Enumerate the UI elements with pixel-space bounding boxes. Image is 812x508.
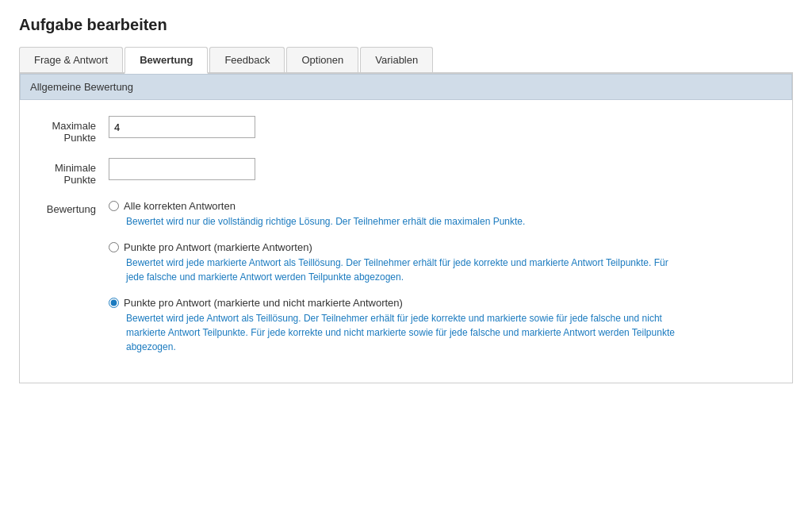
tab-optionen[interactable]: Optionen — [286, 47, 358, 72]
tab-bar: Frage & Antwort Bewertung Feedback Optio… — [19, 47, 793, 74]
bewertung-section: Bewertung Alle korrekten Antworten Bewer… — [29, 200, 783, 367]
radio-alle-korrekten[interactable] — [109, 201, 119, 211]
radio-row-2: Punkte pro Antwort (markierte Antworten) — [109, 241, 783, 253]
tab-feedback[interactable]: Feedback — [209, 47, 285, 72]
content-area: Allgemeine Bewertung Maximale Punkte Min… — [19, 74, 793, 383]
radio-desc-1: Bewertet wird nur die vollständig richti… — [126, 214, 681, 229]
radio-desc-3: Bewertet wird jede Antwort als Teillösun… — [126, 311, 681, 354]
radio-option-2: Punkte pro Antwort (markierte Antworten)… — [109, 241, 783, 284]
tab-frage-antwort[interactable]: Frage & Antwort — [19, 47, 123, 72]
section-header: Allgemeine Bewertung — [20, 74, 792, 100]
radio-label-2: Punkte pro Antwort (markierte Antworten) — [124, 241, 312, 253]
radio-label-3: Punkte pro Antwort (markierte und nicht … — [124, 297, 403, 309]
minimale-punkte-input[interactable] — [109, 158, 255, 180]
page-title: Aufgabe bearbeiten — [19, 16, 793, 34]
maximale-punkte-input[interactable] — [109, 116, 255, 138]
bewertung-label: Bewertung — [29, 200, 109, 215]
form-area: Maximale Punkte Minimale Punkte Bewertun… — [20, 100, 792, 383]
minimale-punkte-row: Minimale Punkte — [29, 158, 783, 186]
radio-options: Alle korrekten Antworten Bewertet wird n… — [109, 200, 783, 367]
tab-bewertung[interactable]: Bewertung — [124, 47, 208, 74]
radio-option-3: Punkte pro Antwort (markierte und nicht … — [109, 297, 783, 354]
radio-row-3: Punkte pro Antwort (markierte und nicht … — [109, 297, 783, 309]
radio-punkte-markierte[interactable] — [109, 242, 119, 252]
radio-punkte-alle[interactable] — [109, 298, 119, 308]
radio-option-1: Alle korrekten Antworten Bewertet wird n… — [109, 200, 783, 229]
radio-desc-2: Bewertet wird jede markierte Antwort als… — [126, 256, 681, 284]
radio-label-1: Alle korrekten Antworten — [124, 200, 236, 212]
tab-variablen[interactable]: Variablen — [360, 47, 433, 72]
maximale-punkte-row: Maximale Punkte — [29, 116, 783, 144]
maximale-punkte-label: Maximale Punkte — [29, 116, 109, 144]
radio-row-1: Alle korrekten Antworten — [109, 200, 783, 212]
minimale-punkte-label: Minimale Punkte — [29, 158, 109, 186]
